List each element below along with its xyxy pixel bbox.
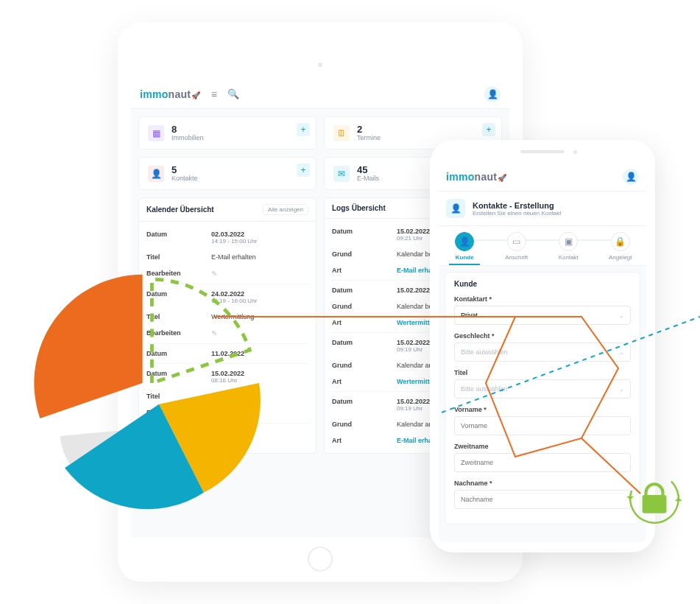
page-subtitle: Erstellen Sie einen neuen Kontakt [473,210,562,217]
select-kontaktart[interactable]: Privat ⌄ [454,306,631,325]
add-button[interactable]: + [297,123,310,136]
stat-immobilien[interactable]: ▦ 8 Immobilien + [138,116,317,150]
step-indicator: 👤 Kunde ▭ Anschrift ▣ Kontakt 🔒 Angelegt [439,226,646,266]
user-icon: 👤 [455,232,474,251]
panel-title: Kalender Übersicht [146,206,214,214]
id-icon: ▣ [559,232,578,251]
pie-slice-outlined [152,279,250,383]
step-kunde[interactable]: 👤 Kunde [439,226,491,265]
step-anschrift[interactable]: ▭ Anschrift [491,226,543,265]
page-title-bar: 👤 Kontakte - Erstellung Erstellen Sie ei… [439,192,646,226]
phone-frame: immonaut🚀 👤 👤 Kontakte - Erstellung Erst… [430,140,655,552]
label-zweitname: Zweitname [454,443,631,450]
search-icon[interactable]: 🔍 [227,88,239,99]
label-titel: Titel [454,369,631,376]
svg-rect-7 [643,495,667,513]
lock-icon: 🔒 [611,232,630,251]
chevron-down-icon: ⌄ [619,312,624,319]
step-angelegt[interactable]: 🔒 Angelegt [595,226,647,265]
input-nachname[interactable] [454,490,631,509]
stat-kontakte[interactable]: 👤 5 Kontakte + [138,157,317,190]
label-vorname: Vorname * [454,406,631,413]
show-all-button[interactable]: Alle anzeigen [263,204,308,215]
card-icon: ▭ [507,232,526,251]
rocket-icon: 🚀 [191,91,200,99]
step-kontakt[interactable]: ▣ Kontakt [542,226,595,265]
tablet-header: immonaut🚀 ≡ 🔍 👤 [131,80,509,109]
pie-slice-orange [34,275,142,418]
contact-icon: 👤 [446,199,465,218]
label-nachname: Nachname * [454,480,631,487]
rocket-icon: 🚀 [498,174,506,182]
phone-screen: immonaut🚀 👤 👤 Kontakte - Erstellung Erst… [439,162,646,542]
select-geschlecht[interactable]: Bitte auswählen ⌄ [454,343,631,362]
contact-icon: 👤 [148,166,164,182]
pie-chart [29,265,265,501]
input-vorname[interactable] [454,416,631,435]
mail-icon: ✉ [333,166,350,182]
home-button[interactable] [308,547,333,572]
lock-badge [624,468,685,529]
form-title: Kunde [454,280,631,288]
svg-marker-6 [626,496,634,500]
phone-header: immonaut🚀 👤 [439,162,646,192]
avatar-icon[interactable]: 👤 [623,169,639,185]
chevron-down-icon: ⌄ [619,349,624,356]
label-kontaktart: Kontaktart * [454,295,631,303]
calendar-icon: 🗓 [333,125,350,141]
input-zweitname[interactable] [454,453,631,472]
add-button[interactable]: + [482,123,495,136]
add-button[interactable]: + [297,164,310,177]
chevron-down-icon: ⌄ [619,386,624,393]
form-kunde: Kunde Kontaktart * Privat ⌄ Geschlecht *… [445,272,640,524]
brand-logo: immonaut🚀 [446,171,507,183]
select-titel[interactable]: Bitte auswählen ⌄ [454,379,631,398]
panel-title: Logs Übersicht [332,204,386,212]
hamburger-icon[interactable]: ≡ [211,88,217,100]
page-title: Kontakte - Erstellung [473,201,562,210]
brand-logo: immonaut🚀 [140,88,201,100]
building-icon: ▦ [148,125,164,141]
avatar-icon[interactable]: 👤 [484,86,501,102]
svg-marker-5 [675,497,682,501]
label-geschlecht: Geschlecht * [454,332,631,340]
